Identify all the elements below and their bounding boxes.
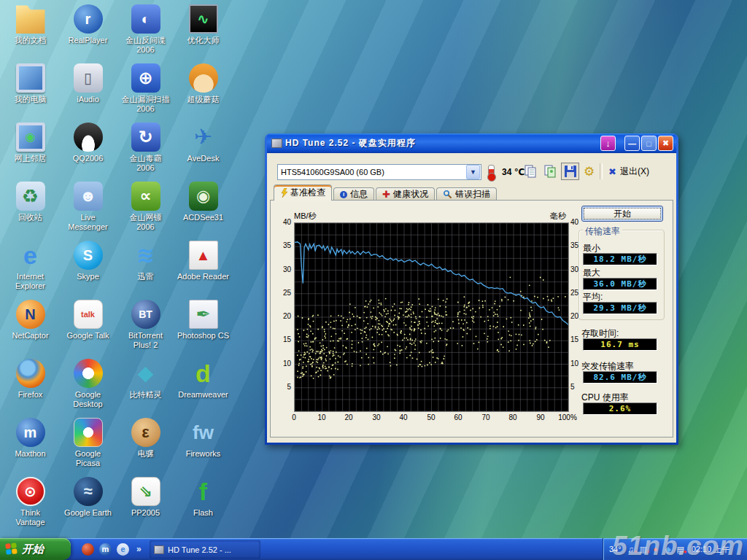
drive-select-combobox[interactable]: HTS541060G9SA00 (60 GB) ▼ bbox=[277, 164, 481, 180]
quicklaunch-chevron-icon[interactable]: » bbox=[136, 544, 142, 554]
dreamweaver-icon: d bbox=[189, 359, 218, 388]
desktop-icon-youhua-dashi[interactable]: ∿优化大师 bbox=[176, 4, 231, 45]
download-arrow-button[interactable]: ↓ bbox=[600, 136, 616, 151]
network-places-label: 网上邻居 bbox=[3, 154, 58, 163]
network-disconnected-icon[interactable]: ▥× bbox=[638, 544, 649, 554]
tab-error-scan[interactable]: 错误扫描 bbox=[436, 187, 497, 201]
pp2005-label: PP2005 bbox=[118, 508, 173, 518]
desktop-icon-iaudio[interactable]: ▯iAudio bbox=[61, 63, 115, 104]
firefox-icon bbox=[16, 359, 45, 388]
exit-button[interactable]: ✖ 退出(X) bbox=[608, 166, 649, 178]
skype-label: Skype bbox=[61, 272, 115, 281]
google-talk-label: Google Talk bbox=[61, 331, 115, 341]
desktop-icon-xunlei[interactable]: ≋迅雷 bbox=[118, 241, 173, 281]
taskbar-hdtune-button[interactable]: HD Tune 2.52 - ... bbox=[150, 540, 260, 559]
desktop-icon-network-places[interactable]: ◉网上邻居 bbox=[3, 122, 58, 163]
desktop-icon-avedesk[interactable]: ✈AveDesk bbox=[176, 122, 231, 163]
desktop-icon-kingsoft-vulnscan[interactable]: ⊕金山漏洞扫描 2006 bbox=[118, 63, 173, 114]
update-tray-icon[interactable]: ▤● bbox=[676, 544, 686, 554]
quicklaunch-sphere-icon[interactable] bbox=[82, 543, 94, 556]
desktop-icon-google-desktop[interactable]: Google Desktop bbox=[61, 359, 115, 409]
adobe-reader-label: Adobe Reader bbox=[176, 272, 231, 281]
copy-text-icon bbox=[524, 165, 538, 179]
maximize-button[interactable]: □ bbox=[641, 136, 657, 151]
volume-muted-icon[interactable]: ♫× bbox=[626, 544, 636, 554]
x-tick-90: 90 bbox=[528, 413, 553, 421]
desktop-icon-firefox[interactable]: Firefox bbox=[3, 359, 58, 400]
desktop-icon-dreamweaver[interactable]: dDreamweaver bbox=[176, 359, 231, 400]
desktop-icon-super-mushroom[interactable]: 超级蘑菇 bbox=[176, 63, 231, 104]
options-button[interactable]: ⚙ bbox=[580, 163, 598, 180]
desktop-icon-kingsoft-antispy[interactable]: ◐金山反间谍 2006 bbox=[118, 4, 173, 55]
gear-icon: ⚙ bbox=[584, 164, 595, 179]
desktop-icon-qq2006[interactable]: QQ2006 bbox=[61, 122, 115, 163]
tab-info[interactable]: i 信息 bbox=[333, 187, 374, 201]
start-menu-button[interactable]: 开始 bbox=[0, 538, 71, 560]
desktop-icon-my-computer[interactable]: 我的电脑 bbox=[3, 63, 58, 104]
window-titlebar[interactable]: HD Tune 2.52 - 硬盘实用程序 ↓ — □ ✖ bbox=[267, 133, 676, 153]
close-button[interactable]: ✖ bbox=[658, 136, 673, 151]
copy-image-button[interactable] bbox=[541, 163, 560, 180]
desktop-icon-google-talk[interactable]: talkGoogle Talk bbox=[61, 300, 115, 341]
minimize-button[interactable]: — bbox=[624, 136, 640, 151]
access-time-value: 16.7 ms bbox=[583, 338, 657, 351]
super-mushroom-icon bbox=[189, 63, 218, 93]
y-tick-left-30: 30 bbox=[276, 265, 291, 273]
desktop-icon-acdsee[interactable]: ◉ACDSee31 bbox=[176, 182, 231, 222]
desktop-icon-my-documents[interactable]: 我的文档 bbox=[3, 4, 58, 45]
emule-label: 电骡 bbox=[118, 449, 173, 459]
quicklaunch-maxthon-icon[interactable]: m bbox=[99, 543, 112, 556]
desktop-icon-maxthon[interactable]: mMaxthon bbox=[3, 418, 58, 459]
copy-text-button[interactable] bbox=[522, 163, 540, 180]
bitspirit-glyph: ◆ bbox=[138, 363, 154, 384]
desktop-icon-google-picasa[interactable]: Google Picasa bbox=[61, 418, 115, 468]
desktop-icon-think-vantage[interactable]: ⊙Think Vantage bbox=[3, 477, 58, 527]
save-button[interactable] bbox=[561, 163, 579, 180]
desktop-icon-bitspirit[interactable]: ◆比特精灵 bbox=[118, 359, 173, 400]
desktop-icon-google-earth[interactable]: ≈Google Earth bbox=[61, 477, 115, 518]
chevron-down-icon[interactable]: ▼ bbox=[466, 165, 480, 179]
desktop-icon-bittorrent-plus[interactable]: BTBitTorrent Plus! 2 bbox=[118, 300, 173, 350]
desktop-icon-skype[interactable]: SSkype bbox=[61, 241, 115, 281]
photoshop-cs-icon: ✒ bbox=[189, 300, 218, 329]
toolbar-separator bbox=[600, 163, 603, 179]
y-tick-left-40: 40 bbox=[276, 218, 291, 226]
live-messenger-glyph: ☻ bbox=[80, 188, 96, 204]
exit-label: 退出(X) bbox=[620, 166, 649, 178]
y-tick-left-25: 25 bbox=[276, 289, 291, 297]
desktop-icon-flash[interactable]: fFlash bbox=[176, 477, 231, 518]
desktop-icon-netcaptor[interactable]: NNetCaptor bbox=[3, 300, 58, 341]
desktop-icon-pp2005[interactable]: ⇘PP2005 bbox=[118, 477, 173, 518]
benchmark-start-button[interactable]: 开始 bbox=[581, 206, 663, 222]
kingsoft-antispy-icon: ◐ bbox=[131, 4, 160, 34]
desktop-icon-recycle-bin[interactable]: ♻回收站 bbox=[3, 182, 58, 222]
fireworks-glyph: fw bbox=[193, 423, 214, 442]
tray-clock[interactable]: 02:10 上午 bbox=[692, 544, 730, 555]
desktop-icon-adobe-reader[interactable]: ▲Adobe Reader bbox=[176, 241, 231, 281]
security-shield-icon[interactable]: ◆ bbox=[663, 544, 673, 554]
tab-health[interactable]: ✚ 健康状况 bbox=[376, 187, 435, 201]
x-tick-50: 50 bbox=[419, 413, 444, 421]
cpu-usage-value: 2.6% bbox=[583, 402, 657, 415]
internet-explorer-glyph: e bbox=[23, 243, 37, 268]
desktop-icon-live-messenger[interactable]: ☻Live Messenger bbox=[61, 182, 115, 232]
google-picasa-label: Google Picasa bbox=[61, 449, 115, 468]
desktop-icon-kingsoft-netguard[interactable]: ∝金山网镖 2006 bbox=[118, 182, 173, 232]
tab-benchmark[interactable]: 基准检查 bbox=[274, 184, 332, 201]
recycle-bin-label: 回收站 bbox=[3, 213, 58, 222]
x-tick-70: 70 bbox=[473, 413, 498, 421]
photoshop-cs-glyph: ✒ bbox=[196, 306, 210, 323]
desktop-icon-kingsoft-duba[interactable]: ↻金山毒霸 2006 bbox=[118, 122, 173, 173]
desktop-icon-photoshop-cs[interactable]: ✒Photoshop CS bbox=[176, 300, 231, 341]
desktop-icon-fireworks[interactable]: fwFireworks bbox=[176, 418, 231, 459]
iaudio-icon: ▯ bbox=[74, 63, 103, 93]
netcaptor-glyph: N bbox=[25, 307, 35, 322]
desktop-icon-emule[interactable]: ε电骡 bbox=[118, 418, 173, 459]
quicklaunch-mail-icon[interactable]: e bbox=[117, 543, 129, 556]
desktop-icon-internet-explorer[interactable]: eInternet Explorer bbox=[3, 241, 58, 291]
kingsoft-tray-icon[interactable]: ● bbox=[651, 544, 661, 554]
kingsoft-antispy-label: 金山反间谍 2006 bbox=[118, 36, 173, 55]
maxthon-icon: m bbox=[16, 418, 45, 447]
think-vantage-label: Think Vantage bbox=[3, 508, 58, 527]
desktop-icon-realplayer[interactable]: rRealPlayer bbox=[61, 4, 115, 45]
